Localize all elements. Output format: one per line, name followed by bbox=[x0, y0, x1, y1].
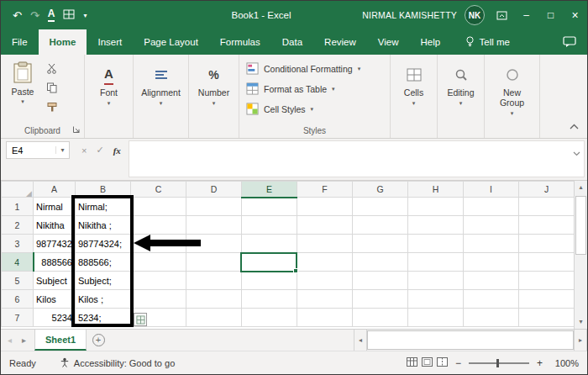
cell-empty[interactable] bbox=[408, 216, 464, 235]
cell-empty[interactable] bbox=[131, 216, 186, 235]
cell-a2[interactable]: Nikitha bbox=[34, 216, 76, 235]
tab-view[interactable]: View bbox=[367, 29, 410, 55]
cell-empty[interactable] bbox=[297, 272, 353, 290]
cell-empty[interactable] bbox=[131, 253, 186, 272]
cell-empty[interactable] bbox=[353, 272, 408, 290]
cell-empty[interactable] bbox=[297, 235, 353, 253]
cell-empty[interactable] bbox=[242, 235, 297, 253]
cell-empty[interactable] bbox=[353, 309, 408, 327]
auto-fill-options-button[interactable] bbox=[134, 313, 147, 326]
insert-function-button[interactable]: fx bbox=[113, 145, 121, 156]
row-header-5[interactable]: 5 bbox=[2, 272, 34, 290]
number-group-collapsed[interactable]: % Number ▾ bbox=[189, 55, 239, 138]
cell-empty[interactable] bbox=[297, 198, 353, 216]
tab-formulas[interactable]: Formulas bbox=[209, 29, 271, 55]
editing-group-collapsed[interactable]: Editing ▾ bbox=[438, 55, 485, 138]
comments-icon[interactable] bbox=[555, 29, 584, 55]
cell-empty[interactable] bbox=[353, 198, 408, 216]
row-header-7[interactable]: 7 bbox=[2, 309, 34, 327]
cell-empty[interactable] bbox=[186, 309, 242, 327]
cell-empty[interactable] bbox=[464, 198, 519, 216]
cell-empty[interactable] bbox=[519, 253, 575, 272]
formula-input[interactable] bbox=[129, 140, 585, 177]
row-header-6[interactable]: 6 bbox=[2, 290, 34, 309]
cell-a6[interactable]: Kilos bbox=[34, 290, 76, 309]
expand-formula-bar-icon[interactable] bbox=[573, 145, 580, 160]
cell-empty[interactable] bbox=[186, 272, 242, 290]
scroll-right-icon[interactable]: ▸ bbox=[574, 330, 587, 351]
accessibility-status[interactable]: Accessibility: Good to go bbox=[60, 357, 175, 369]
cell-empty[interactable] bbox=[519, 198, 575, 216]
vertical-scroll-thumb[interactable] bbox=[575, 196, 586, 255]
cell-empty[interactable] bbox=[408, 309, 464, 327]
cell-empty[interactable] bbox=[297, 216, 353, 235]
cell-empty[interactable] bbox=[464, 272, 519, 290]
cell-empty[interactable] bbox=[519, 235, 575, 253]
copy-icon[interactable] bbox=[46, 82, 58, 95]
cell-b3[interactable]: 98774324; bbox=[76, 235, 131, 253]
cell-empty[interactable] bbox=[353, 253, 408, 272]
cell-empty[interactable] bbox=[242, 290, 297, 309]
tab-review[interactable]: Review bbox=[313, 29, 367, 55]
cell-a5[interactable]: Subject bbox=[34, 272, 76, 290]
cancel-icon[interactable]: × bbox=[81, 145, 87, 156]
column-header-c[interactable]: C bbox=[131, 182, 186, 198]
cell-empty[interactable] bbox=[297, 290, 353, 309]
collapse-ribbon-icon[interactable] bbox=[570, 121, 579, 131]
cell-b2[interactable]: Nikitha ; bbox=[76, 216, 131, 235]
close-button[interactable]: × bbox=[563, 1, 587, 29]
select-all-button[interactable]: ◢ bbox=[2, 182, 34, 198]
cell-empty[interactable] bbox=[464, 216, 519, 235]
undo-icon[interactable]: ↶ bbox=[13, 9, 22, 22]
cell-empty[interactable] bbox=[353, 216, 408, 235]
cell-empty[interactable] bbox=[519, 309, 575, 327]
alignment-group-collapsed[interactable]: Alignment ▾ bbox=[134, 55, 189, 138]
column-header-b[interactable]: B bbox=[76, 182, 131, 198]
cell-empty[interactable] bbox=[242, 309, 297, 327]
cell-empty[interactable] bbox=[464, 290, 519, 309]
tab-home[interactable]: Home bbox=[39, 29, 87, 55]
zoom-in-icon[interactable]: + bbox=[537, 357, 543, 369]
format-as-table-button[interactable]: Format as Table ▾ bbox=[246, 81, 390, 98]
row-header-3[interactable]: 3 bbox=[2, 235, 34, 253]
cell-empty[interactable] bbox=[297, 309, 353, 327]
zoom-slider-thumb[interactable] bbox=[496, 359, 499, 367]
qat-dropdown-icon[interactable]: ▾ bbox=[83, 12, 87, 19]
cell-empty[interactable] bbox=[464, 253, 519, 272]
horizontal-scroll-thumb[interactable] bbox=[367, 330, 574, 350]
avatar[interactable]: NK bbox=[465, 5, 485, 25]
borders-table-icon[interactable] bbox=[63, 9, 75, 22]
tab-insert[interactable]: Insert bbox=[87, 29, 133, 55]
cell-empty[interactable] bbox=[131, 272, 186, 290]
cell-empty[interactable] bbox=[353, 235, 408, 253]
name-box-dropdown-icon[interactable]: ▾ bbox=[55, 146, 69, 154]
sheet-tab-sheet1[interactable]: Sheet1 bbox=[34, 330, 87, 351]
sheet-nav-left-icon[interactable]: ◂ bbox=[8, 335, 12, 345]
column-header-a[interactable]: A bbox=[34, 182, 76, 198]
column-header-g[interactable]: G bbox=[353, 182, 408, 198]
cell-empty[interactable] bbox=[186, 290, 242, 309]
enter-icon[interactable]: ✓ bbox=[96, 145, 103, 156]
normal-view-icon[interactable] bbox=[407, 357, 417, 368]
zoom-slider[interactable] bbox=[469, 362, 529, 364]
scroll-left-icon[interactable]: ◂ bbox=[354, 330, 367, 351]
vertical-scrollbar[interactable]: ▴ ▾ bbox=[574, 181, 587, 329]
column-header-h[interactable]: H bbox=[408, 182, 464, 198]
cell-empty[interactable] bbox=[519, 272, 575, 290]
tell-me-button[interactable]: Tell me bbox=[459, 29, 517, 55]
page-break-view-icon[interactable] bbox=[437, 357, 448, 368]
row-header-2[interactable]: 2 bbox=[2, 216, 34, 235]
column-header-d[interactable]: D bbox=[186, 182, 242, 198]
cell-empty[interactable] bbox=[408, 235, 464, 253]
column-header-e[interactable]: E bbox=[242, 182, 297, 198]
cell-empty[interactable] bbox=[186, 253, 242, 272]
sheet-nav-right-icon[interactable]: ▸ bbox=[22, 335, 26, 345]
cell-a4[interactable]: 888566 bbox=[34, 253, 76, 272]
cell-empty[interactable] bbox=[519, 216, 575, 235]
minimize-button[interactable]: – bbox=[514, 1, 538, 29]
cells-group-collapsed[interactable]: Cells ▾ bbox=[391, 55, 438, 138]
zoom-level[interactable]: 100% bbox=[550, 358, 579, 368]
add-sheet-button[interactable]: + bbox=[87, 330, 110, 351]
tab-page-layout[interactable]: Page Layout bbox=[133, 29, 209, 55]
format-painter-icon[interactable] bbox=[46, 102, 58, 114]
